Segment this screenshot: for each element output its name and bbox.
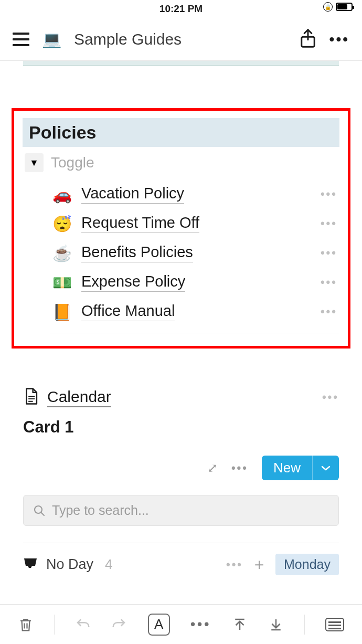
previous-block-peek (23, 61, 339, 66)
new-button-label[interactable]: New (262, 456, 312, 480)
item-more-button[interactable]: ••• (321, 217, 337, 230)
toggle-block[interactable]: ▼ Toggle (23, 153, 339, 172)
inbox-icon (23, 557, 38, 573)
expand-button[interactable]: ⤢ (207, 461, 218, 476)
calendar-section: Calendar ••• Card 1 ⤢ ••• New No Day 4 •… (23, 387, 339, 575)
noday-label[interactable]: No Day (46, 556, 93, 573)
policy-link[interactable]: Benefits Policies (81, 244, 193, 262)
book-icon: 📙 (52, 303, 72, 321)
trash-button[interactable] (18, 617, 34, 632)
card-more-button[interactable]: ••• (231, 461, 248, 475)
share-button[interactable] (299, 28, 317, 50)
battery-icon (336, 3, 353, 11)
font-style-button[interactable]: A (148, 614, 170, 636)
policy-item[interactable]: 💵 Expense Policy ••• (50, 268, 339, 297)
search-box[interactable] (23, 495, 339, 526)
coffee-icon: ☕ (52, 244, 72, 262)
policy-link[interactable]: Request Time Off (81, 214, 199, 233)
item-more-button[interactable]: ••• (321, 305, 337, 319)
menu-button[interactable] (13, 33, 29, 46)
divider (23, 543, 339, 543)
page-icon (23, 387, 39, 407)
policy-link[interactable]: Vacation Policy (81, 185, 184, 204)
new-button[interactable]: New (262, 456, 339, 480)
calendar-link[interactable]: Calendar (47, 388, 111, 407)
search-icon (33, 504, 46, 517)
search-input[interactable] (52, 503, 329, 518)
bottom-toolbar: A ••• (0, 604, 362, 644)
sleep-icon: 😴 (52, 215, 72, 233)
status-time: 10:21 PM (159, 3, 203, 15)
toolbar-more-button[interactable]: ••• (190, 616, 211, 632)
separator (54, 615, 55, 635)
policies-heading[interactable]: Policies (23, 118, 339, 147)
toggle-caret-icon[interactable]: ▼ (25, 153, 44, 172)
page-icon: 💻 (42, 30, 61, 48)
keyboard-icon (325, 618, 344, 631)
undo-button[interactable] (75, 617, 91, 632)
keyboard-button[interactable] (325, 618, 344, 631)
item-more-button[interactable]: ••• (321, 246, 337, 260)
policies-list: 🚗 Vacation Policy ••• 😴 Request Time Off… (23, 180, 339, 333)
card-title[interactable]: Card 1 (23, 418, 339, 437)
policy-item[interactable]: ☕ Benefits Policies ••• (50, 238, 339, 268)
car-icon: 🚗 (52, 185, 72, 204)
move-down-button[interactable] (268, 617, 284, 632)
policy-link[interactable]: Expense Policy (81, 273, 185, 292)
policy-item[interactable]: 🚗 Vacation Policy ••• (50, 180, 339, 209)
policy-link[interactable]: Office Manual (81, 302, 175, 321)
day-badge[interactable]: Monday (275, 554, 339, 575)
policy-item[interactable]: 😴 Request Time Off ••• (50, 209, 339, 238)
calendar-more-button[interactable]: ••• (322, 390, 339, 404)
separator (304, 615, 305, 635)
add-card-button[interactable]: ＋ (251, 554, 267, 575)
item-more-button[interactable]: ••• (321, 276, 337, 289)
divider (50, 333, 339, 333)
redo-button[interactable] (111, 617, 127, 632)
rotation-lock-icon: 🔒 (323, 2, 333, 12)
toggle-placeholder: Toggle (51, 154, 94, 171)
policies-section-highlight: Policies ▼ Toggle 🚗 Vacation Policy ••• … (12, 108, 350, 349)
money-icon: 💵 (52, 273, 72, 292)
new-dropdown-button[interactable] (312, 456, 339, 480)
more-button[interactable]: ••• (329, 31, 349, 48)
policy-item[interactable]: 📙 Office Manual ••• (50, 297, 339, 326)
noday-count: 4 (105, 556, 112, 573)
page-title[interactable]: Sample Guides (74, 30, 286, 48)
noday-more-button[interactable]: ••• (226, 558, 243, 572)
status-bar: 10:21 PM 🔒 (0, 0, 362, 18)
item-more-button[interactable]: ••• (321, 187, 337, 201)
move-up-button[interactable] (232, 617, 248, 632)
app-header: 💻 Sample Guides ••• (0, 18, 362, 61)
